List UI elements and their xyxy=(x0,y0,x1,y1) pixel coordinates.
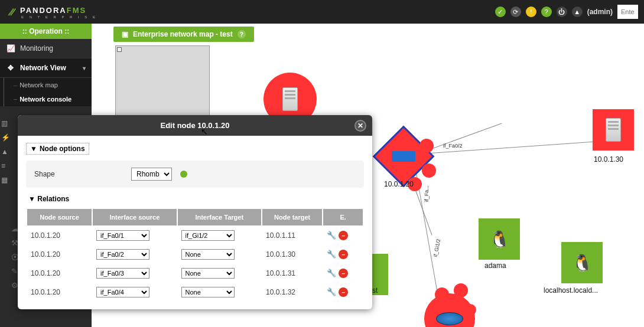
table-row: 10.0.1.20if_Fa0/3None10.0.1.31🔧– xyxy=(27,264,363,282)
table-row: 10.0.1.20if_Fa0/2None10.0.1.30🔧– xyxy=(27,246,363,263)
icon-strip-left: ▥ ⚡ ▲ ≡ ▦ xyxy=(0,116,11,188)
user-icon[interactable]: ▲ xyxy=(572,6,583,17)
shape-label: Shape xyxy=(34,170,123,178)
server-icon xyxy=(282,87,298,111)
brand-icon: ⫽ xyxy=(6,6,17,18)
interface-source-select[interactable]: if_Fa0/2 xyxy=(96,249,149,260)
node-label: 10.0.1.20 xyxy=(384,180,414,188)
node-label: localhost.locald... xyxy=(544,286,598,295)
chart-icon[interactable]: ▥ xyxy=(1,119,9,127)
cell-node-target: 10.0.1.32 xyxy=(262,283,322,301)
brand-logo: ⫽ PANDORAFMS E N T E R P R I S E xyxy=(6,5,97,19)
router-icon xyxy=(436,312,463,325)
list-icon[interactable]: ≡ xyxy=(1,162,9,170)
sidebar-submenu: Network map Network console xyxy=(0,78,92,106)
cell-node-target: 10.0.1.11 xyxy=(262,227,322,244)
interface-target-select[interactable]: if_Gi1/2 xyxy=(181,230,235,241)
col-interface-target: Interface Target xyxy=(178,209,261,225)
cell-node-source: 10.0.1.20 xyxy=(27,227,92,244)
sidebar-header: :: Operation :: xyxy=(0,24,92,39)
cell-node-source: 10.0.1.20 xyxy=(27,264,92,282)
chevron-down-icon: ▾ xyxy=(83,65,86,71)
interface-target-select[interactable]: None xyxy=(181,287,235,297)
dialog-title-bar[interactable]: Edit node 10.0.1.20 ✕ xyxy=(18,115,372,136)
search-input[interactable] xyxy=(617,5,638,19)
shape-select[interactable]: Rhomb xyxy=(131,168,172,181)
sidebar-item-label: Monitoring xyxy=(20,44,53,53)
sidebar-item-label: Network View xyxy=(20,64,66,72)
node-port[interactable] xyxy=(422,164,436,178)
edge-label: if_Gi1/2 xyxy=(432,238,442,257)
relations-toggle[interactable]: ▼ Relations xyxy=(28,195,364,203)
cell-node-source: 10.0.1.20 xyxy=(27,246,92,263)
current-user[interactable]: (admin) xyxy=(587,8,613,16)
edge-label: if_Fa0/2 xyxy=(443,143,463,149)
col-node-source: Node source xyxy=(27,209,92,225)
node-options-toggle[interactable]: ▼ Node options xyxy=(26,143,89,155)
delete-icon[interactable]: – xyxy=(339,269,348,278)
edit-icon[interactable]: 🔧 xyxy=(327,287,336,296)
edge-label: if_Fa... xyxy=(424,185,430,202)
delete-icon[interactable]: – xyxy=(339,287,348,297)
edit-node-dialog: Edit node 10.0.1.20 ✕ ▼ Node options Sha… xyxy=(18,115,372,309)
interface-source-select[interactable]: if_Fa0/4 xyxy=(96,287,149,297)
edit-icon[interactable]: 🔧 xyxy=(327,250,336,259)
edit-icon[interactable]: 🔧 xyxy=(327,269,336,277)
brand-subtitle: E N T E R P R I S E xyxy=(21,15,97,19)
monitoring-icon: 📈 xyxy=(6,44,15,53)
sidebar-item-network-view[interactable]: ✥ Network View ▾ xyxy=(0,58,92,78)
help-icon[interactable]: ? xyxy=(541,6,552,17)
cell-node-target: 10.0.1.31 xyxy=(262,264,322,282)
topbar-actions: ✓ ⟳ ! ? ⏻ ▲ (admin) xyxy=(495,5,638,19)
top-bar: ⫽ PANDORAFMS E N T E R P R I S E ✓ ⟳ ! ?… xyxy=(0,0,644,24)
col-interface-source: Interface source xyxy=(93,209,176,225)
col-node-target: Node target xyxy=(262,209,322,225)
power-icon[interactable]: ⏻ xyxy=(557,6,567,17)
penguin-icon: 🐧 xyxy=(572,253,593,273)
edit-icon[interactable]: 🔧 xyxy=(327,231,336,240)
network-view-icon: ✥ xyxy=(6,63,15,73)
node-port[interactable] xyxy=(419,139,434,153)
node-router-2[interactable] xyxy=(424,293,475,327)
node-adama[interactable]: 🐧 xyxy=(479,218,520,260)
col-edit: E. xyxy=(323,209,363,225)
interface-target-select[interactable]: None xyxy=(181,268,235,279)
node-localhost[interactable]: 🐧 xyxy=(561,242,603,283)
node-label: adama xyxy=(484,261,506,270)
penguin-icon: 🐧 xyxy=(489,230,510,249)
delete-icon[interactable]: – xyxy=(339,250,348,259)
router-icon xyxy=(392,151,415,162)
cell-node-target: 10.0.1.30 xyxy=(262,246,322,263)
sub-item-network-console[interactable]: Network console xyxy=(4,92,92,106)
alert-icon[interactable]: ! xyxy=(526,6,536,17)
node-server-2[interactable] xyxy=(593,109,634,151)
node-label: st xyxy=(372,286,378,295)
dialog-title: Edit node 10.0.1.20 xyxy=(160,121,229,130)
delete-icon[interactable]: – xyxy=(339,231,348,240)
table-row: 10.0.1.20if_Fa0/1if_Gi1/210.0.1.11🔧– xyxy=(27,227,363,244)
table-row: 10.0.1.20if_Fa0/4None10.0.1.32🔧– xyxy=(27,283,363,301)
grid-icon[interactable]: ▦ xyxy=(1,176,9,184)
sidebar-item-monitoring[interactable]: 📈 Monitoring xyxy=(0,39,92,58)
refresh-icon[interactable]: ⟳ xyxy=(510,6,521,17)
interface-source-select[interactable]: if_Fa0/1 xyxy=(96,230,149,241)
interface-target-select[interactable]: None xyxy=(181,249,235,260)
sub-item-network-map[interactable]: Network map xyxy=(4,78,92,92)
server-icon xyxy=(606,118,621,142)
shape-field: Shape Rhomb xyxy=(26,161,364,188)
bolt-icon[interactable]: ⚡ xyxy=(1,133,9,142)
dialog-body: ▼ Node options Shape Rhomb ▼ Relations N… xyxy=(18,136,372,309)
person-icon[interactable]: ▲ xyxy=(1,148,9,156)
relations-table: Node source Interface source Interface T… xyxy=(26,208,364,302)
status-ok-icon[interactable]: ✓ xyxy=(495,6,506,17)
interface-source-select[interactable]: if_Fa0/3 xyxy=(96,268,149,279)
status-dot-icon xyxy=(180,171,187,178)
cell-node-source: 10.0.1.20 xyxy=(27,283,92,301)
node-label: 10.0.1.30 xyxy=(594,155,623,164)
brand-text: PANDORAFMS xyxy=(20,6,86,15)
close-icon[interactable]: ✕ xyxy=(354,120,366,132)
node-router[interactable] xyxy=(373,126,435,188)
